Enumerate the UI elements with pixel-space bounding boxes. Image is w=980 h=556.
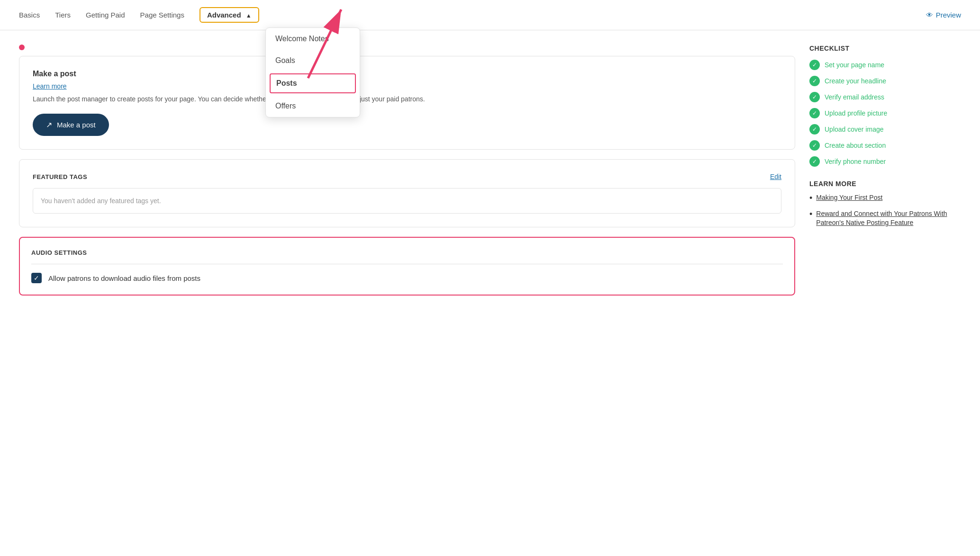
featured-tags-header: FEATURED TAGS Edit: [33, 173, 781, 180]
audio-settings-title: AUDIO SETTINGS: [31, 249, 783, 256]
tab-basics[interactable]: Basics: [19, 9, 40, 21]
learn-more-link-2[interactable]: Reward and Connect with Your Patrons Wit…: [816, 209, 961, 228]
make-post-description: Launch the post manager to create posts …: [33, 94, 781, 104]
learn-more-title: LEARN MORE: [809, 180, 961, 188]
audio-divider: [31, 264, 783, 264]
left-content: Make a post Learn more Launch the post m…: [19, 45, 795, 305]
check-circle-icon-5: ✓: [809, 124, 820, 135]
advanced-dropdown: Welcome Notes Goals Posts Offers: [265, 27, 360, 117]
learn-more-item-2: • Reward and Connect with Your Patrons W…: [809, 209, 961, 228]
learn-more-link-1[interactable]: Making Your First Post: [816, 193, 882, 203]
tab-getting-paid[interactable]: Getting Paid: [86, 9, 125, 21]
make-post-button[interactable]: ↗ Make a post: [33, 114, 109, 136]
checklist-text-email[interactable]: Verify email address: [825, 93, 884, 101]
dropdown-item-posts[interactable]: Posts: [270, 73, 356, 93]
featured-tags-title: FEATURED TAGS: [33, 173, 87, 180]
checklist-item-email: ✓ Verify email address: [809, 92, 961, 102]
featured-tags-card: FEATURED TAGS Edit You haven't added any…: [19, 159, 795, 227]
dropdown-item-welcome-notes[interactable]: Welcome Notes: [266, 28, 360, 50]
check-circle-icon-6: ✓: [809, 140, 820, 151]
check-circle-icon-3: ✓: [809, 92, 820, 102]
chevron-up-icon: ▲: [246, 12, 252, 19]
checklist-item-about: ✓ Create about section: [809, 140, 961, 151]
learn-more-item-1: • Making Your First Post: [809, 193, 961, 204]
checklist-text-page-name[interactable]: Set your page name: [825, 61, 884, 69]
right-sidebar: CHECKLIST ✓ Set your page name ✓ Create …: [809, 45, 961, 305]
tab-tiers[interactable]: Tiers: [55, 9, 71, 21]
checklist-text-headline[interactable]: Create your headline: [825, 77, 886, 85]
nav-tabs: Basics Tiers Getting Paid Page Settings …: [19, 7, 259, 23]
audio-checkbox-row: ✓ Allow patrons to download audio files …: [31, 273, 783, 283]
audio-checkbox[interactable]: ✓: [31, 273, 42, 283]
red-dot-indicator: [19, 45, 25, 50]
audio-checkbox-label: Allow patrons to download audio files fr…: [48, 274, 200, 282]
tab-page-settings[interactable]: Page Settings: [140, 9, 184, 21]
dropdown-item-offers[interactable]: Offers: [266, 95, 360, 117]
tab-advanced[interactable]: Advanced ▲: [200, 7, 259, 23]
checklist-title: CHECKLIST: [809, 45, 961, 52]
make-post-title: Make a post: [33, 70, 781, 78]
make-post-card: Make a post Learn more Launch the post m…: [19, 56, 795, 150]
bullet-icon-2: •: [809, 209, 812, 220]
main-content: Make a post Learn more Launch the post m…: [0, 30, 980, 319]
check-circle-icon-4: ✓: [809, 108, 820, 118]
share-icon: ↗: [46, 120, 52, 129]
check-circle-icon: ✓: [809, 60, 820, 70]
checklist-item-headline: ✓ Create your headline: [809, 76, 961, 86]
nav-bar: Basics Tiers Getting Paid Page Settings …: [0, 0, 980, 30]
featured-tags-empty: You haven't added any featured tags yet.: [33, 188, 781, 214]
checklist-text-about[interactable]: Create about section: [825, 142, 886, 149]
make-post-learn-more-link[interactable]: Learn more: [33, 82, 67, 90]
check-circle-icon-2: ✓: [809, 76, 820, 86]
checklist-text-profile-pic[interactable]: Upload profile picture: [825, 109, 887, 117]
checklist-item-page-name: ✓ Set your page name: [809, 60, 961, 70]
checklist-item-cover-image: ✓ Upload cover image: [809, 124, 961, 135]
checklist-item-phone: ✓ Verify phone number: [809, 156, 961, 167]
audio-settings-card: AUDIO SETTINGS ✓ Allow patrons to downlo…: [19, 237, 795, 296]
preview-button[interactable]: 👁 Preview: [926, 11, 961, 19]
eye-icon: 👁: [926, 11, 933, 19]
checklist-text-cover-image[interactable]: Upload cover image: [825, 126, 884, 133]
checklist-item-profile-pic: ✓ Upload profile picture: [809, 108, 961, 118]
bullet-icon-1: •: [809, 193, 812, 204]
dropdown-item-goals[interactable]: Goals: [266, 50, 360, 72]
checkmark-icon: ✓: [34, 274, 39, 282]
checklist-text-phone[interactable]: Verify phone number: [825, 158, 886, 165]
check-circle-icon-7: ✓: [809, 156, 820, 167]
featured-tags-edit-link[interactable]: Edit: [770, 173, 781, 180]
learn-more-section: LEARN MORE • Making Your First Post • Re…: [809, 180, 961, 228]
